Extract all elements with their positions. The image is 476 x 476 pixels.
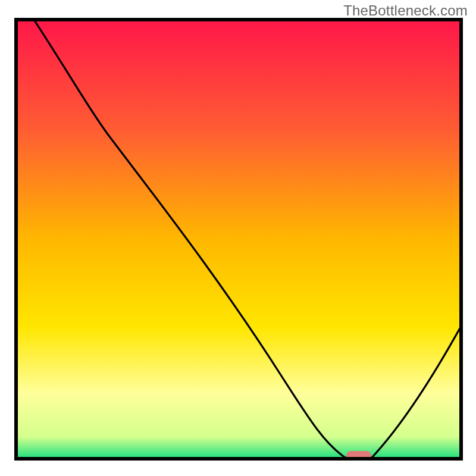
plot-background (16, 20, 461, 459)
chart-svg (0, 0, 476, 476)
chart-frame: TheBottleneck.com (0, 0, 476, 476)
watermark-label: TheBottleneck.com (343, 2, 468, 19)
